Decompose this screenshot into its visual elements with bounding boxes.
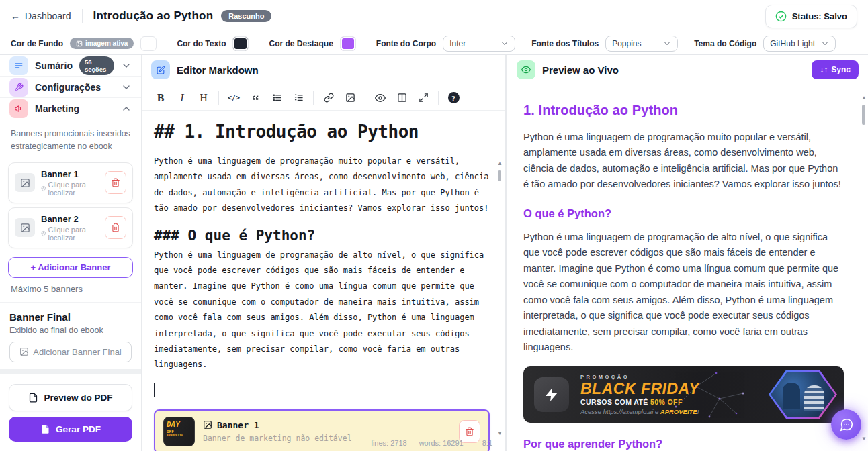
body-font-label: Fonte do Corpo bbox=[376, 39, 436, 48]
help-icon[interactable]: ? bbox=[445, 89, 462, 107]
bold-icon[interactable]: B bbox=[152, 89, 169, 107]
banner-hexagon-photo bbox=[769, 370, 837, 419]
sidebar-item-label: Sumário bbox=[35, 60, 73, 71]
accent-color-label: Cor de Destaque bbox=[269, 39, 333, 48]
body-font-select[interactable]: Inter bbox=[443, 36, 515, 52]
code-theme-select[interactable]: GitHub Light bbox=[763, 36, 836, 52]
generate-pdf-button[interactable]: Gerar PDF bbox=[9, 417, 132, 442]
chevron-up-icon bbox=[121, 103, 132, 114]
pdf-file-icon bbox=[40, 424, 50, 434]
scrollbar-thumb[interactable] bbox=[498, 170, 501, 181]
final-banner-title: Banner Final bbox=[9, 311, 132, 323]
sidebar-item-marketing[interactable]: Marketing bbox=[0, 98, 141, 119]
save-status-label: Status: Salvo bbox=[792, 11, 847, 21]
embedded-banner-note: Banner de marketing não editável bbox=[203, 434, 352, 443]
marketing-description: Banners promocionais inseridos estrategi… bbox=[0, 119, 141, 158]
preview-paragraph: Python é uma linguagem de programação mu… bbox=[523, 130, 841, 193]
sidebar-item-label: Marketing bbox=[35, 103, 79, 114]
chat-support-button[interactable] bbox=[831, 409, 861, 440]
quote-icon[interactable] bbox=[247, 89, 264, 107]
add-final-banner-button[interactable]: Adicionar Banner Final bbox=[9, 342, 132, 362]
side-by-side-icon[interactable] bbox=[393, 89, 410, 107]
toolbar-separator bbox=[365, 91, 365, 105]
title-font-label: Fonte dos Títulos bbox=[531, 39, 599, 48]
scroll-up-arrow[interactable]: ▲ bbox=[497, 161, 503, 166]
back-to-dashboard-link[interactable]: ← Dashboard bbox=[11, 11, 71, 21]
scroll-down-arrow[interactable]: ▼ bbox=[497, 431, 503, 436]
sidebar-item-sumario[interactable]: Sumário 56 seções bbox=[0, 55, 141, 77]
link-icon[interactable] bbox=[320, 89, 337, 107]
preview-eye-icon[interactable] bbox=[372, 89, 389, 107]
topbar: ← Dashboard Introdução ao Python Rascunh… bbox=[0, 0, 868, 32]
banner-title: Banner 2 bbox=[41, 214, 99, 224]
preview-panel: Preview ao Vivo ↓↑ Sync 1. Introdução ao… bbox=[507, 55, 868, 451]
map-pin-icon bbox=[41, 185, 46, 192]
editor-panel-title: Editor Markdown bbox=[177, 64, 259, 76]
banner-list-item-2[interactable]: Banner 2 Clique para localizar bbox=[8, 207, 133, 248]
chevron-down-icon bbox=[121, 60, 132, 71]
image-placeholder-icon bbox=[15, 173, 35, 192]
save-status-indicator: Status: Salvo bbox=[765, 5, 857, 28]
code-icon[interactable]: </> bbox=[225, 89, 243, 107]
chevron-down-icon bbox=[663, 40, 671, 48]
pdf-actions: Preview do PDF Gerar PDF bbox=[0, 374, 141, 451]
delete-banner-button[interactable] bbox=[105, 171, 126, 194]
title-font-select[interactable]: Poppins bbox=[605, 36, 678, 52]
background-color-label: Cor de Fundo bbox=[11, 39, 63, 48]
banner-locate-hint: Clique para localizar bbox=[41, 225, 99, 242]
editor-statusbar: lines: 2718 words: 16291 8:1 bbox=[371, 435, 498, 451]
markdown-heading-2: ### O que é Python? bbox=[154, 228, 490, 244]
preview-scrollbar[interactable]: ▲ ▼ bbox=[861, 95, 867, 442]
banner-cta: Acesse https://exemplo.ai e APROVEITE! bbox=[580, 408, 699, 415]
document-icon bbox=[28, 393, 38, 403]
back-arrow-icon: ← bbox=[11, 11, 20, 21]
trash-icon bbox=[111, 178, 120, 187]
add-banner-button[interactable]: + Adicionar Banner bbox=[8, 257, 133, 278]
image-icon bbox=[76, 40, 83, 47]
banner-list-item-1[interactable]: Banner 1 Clique para localizar bbox=[8, 162, 133, 203]
black-friday-banner: PROMOÇÃO BLACK FRIDAY CURSOS COM ATÉ 50%… bbox=[523, 366, 844, 423]
back-label: Dashboard bbox=[25, 11, 71, 21]
ordered-list-icon[interactable] bbox=[290, 89, 307, 107]
unordered-list-icon[interactable] bbox=[268, 89, 286, 107]
preview-pdf-button[interactable]: Preview do PDF bbox=[9, 384, 132, 411]
markdown-textarea[interactable]: ## 1. Introdução ao Python Python é uma … bbox=[142, 111, 505, 451]
sync-button[interactable]: ↓↑ Sync bbox=[812, 60, 859, 79]
image-icon bbox=[19, 347, 29, 356]
preview-panel-title: Preview ao Vivo bbox=[542, 64, 619, 76]
preview-heading-2: O que é Python? bbox=[523, 207, 841, 220]
italic-icon[interactable]: I bbox=[173, 89, 191, 107]
sync-arrows-icon: ↓↑ bbox=[820, 65, 828, 74]
preview-header: Preview ao Vivo ↓↑ Sync bbox=[507, 55, 868, 85]
scroll-down-arrow[interactable]: ▼ bbox=[861, 436, 867, 442]
toolbar-separator bbox=[438, 91, 439, 105]
background-color-swatch[interactable] bbox=[140, 36, 157, 51]
toolbar-separator bbox=[218, 91, 219, 105]
heading-icon[interactable]: H bbox=[195, 89, 212, 107]
chevron-down-icon bbox=[501, 40, 509, 48]
editor-scrollbar[interactable]: ▲ ▼ bbox=[496, 169, 503, 431]
text-color-label: Cor do Texto bbox=[177, 39, 226, 48]
scrollbar-thumb[interactable] bbox=[862, 105, 865, 125]
map-pin-icon bbox=[41, 230, 46, 237]
banner-offer: CURSOS COM ATÉ 50% OFF bbox=[580, 398, 699, 406]
image-icon[interactable] bbox=[341, 89, 359, 107]
sidebar-item-configuracoes[interactable]: Configurações bbox=[0, 77, 141, 98]
document-title: Introdução ao Python bbox=[93, 9, 214, 23]
editor-panel: Editor Markdown B I H </> bbox=[142, 55, 505, 451]
accent-color-swatch[interactable] bbox=[340, 36, 356, 51]
fullscreen-icon[interactable] bbox=[415, 89, 432, 107]
list-icon bbox=[9, 56, 28, 75]
edit-pencil-icon bbox=[151, 60, 170, 79]
draft-status-badge: Rascunho bbox=[221, 10, 271, 22]
image-icon bbox=[203, 420, 212, 430]
banner-locate-hint: Clique para localizar bbox=[41, 181, 99, 197]
delete-banner-button[interactable] bbox=[105, 216, 126, 239]
scroll-up-arrow[interactable]: ▲ bbox=[861, 95, 867, 101]
main-content: Sumário 56 seções Configurações Marketin… bbox=[0, 55, 868, 451]
embedded-banner-title: Banner 1 bbox=[203, 420, 352, 430]
banner-kicker: PROMOÇÃO bbox=[580, 374, 699, 380]
banner-thumbnail: DAY OFF APROVEITE bbox=[163, 417, 195, 446]
chevron-down-icon bbox=[821, 40, 829, 48]
text-color-swatch[interactable] bbox=[232, 36, 249, 51]
